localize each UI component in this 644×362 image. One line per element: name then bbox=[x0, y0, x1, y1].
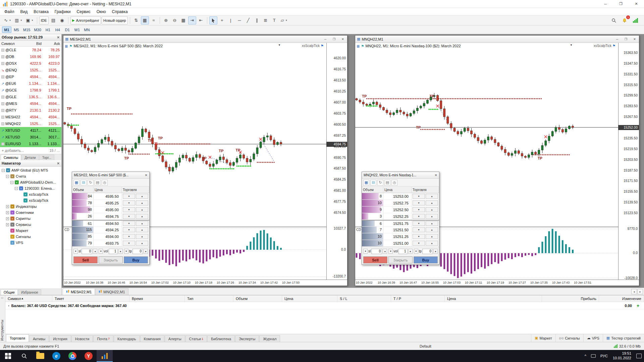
symbol-row[interactable]: EURUSD1.133...1.133... bbox=[0, 140, 61, 147]
sort-icon[interactable]: ⇅ bbox=[132, 16, 140, 24]
toolbox-tab[interactable]: Почта7 bbox=[93, 335, 113, 342]
trade-dropdown-icon[interactable]: ▾ bbox=[123, 241, 135, 246]
trade-dropdown-icon[interactable]: ▾ bbox=[413, 200, 425, 205]
sell-button[interactable]: Sell bbox=[363, 256, 387, 263]
expand-toggle-icon[interactable]: − bbox=[2, 169, 5, 172]
toolbox-tab[interactable]: Библиотека bbox=[207, 335, 235, 342]
tp-value-field[interactable]: 0 bbox=[132, 249, 143, 254]
profile-selector[interactable]: Default bbox=[418, 343, 458, 349]
toolbox-tab[interactable]: Алерты bbox=[165, 335, 185, 342]
ide-button[interactable]: IDE bbox=[39, 16, 49, 24]
symbol-row[interactable]: @MES4594...4594... bbox=[0, 100, 61, 107]
chart-window-titlebar[interactable]: ▦ MESH22,M1 ─ ❐ ✕ bbox=[63, 36, 347, 43]
toolbox-tab[interactable]: Статьи1 bbox=[185, 335, 207, 342]
expand-toggle-icon[interactable]: + bbox=[6, 211, 9, 214]
dom-grid-icon[interactable]: ▤ bbox=[384, 180, 390, 186]
trade-dropdown-icon[interactable]: ▾ bbox=[413, 207, 425, 212]
tp-value-field[interactable]: 0 bbox=[422, 249, 433, 254]
tree-item[interactable]: +▪Индикаторы bbox=[0, 203, 61, 209]
trade-dropdown-icon[interactable]: ▾ bbox=[123, 194, 135, 199]
menu-item[interactable]: Графики bbox=[52, 8, 74, 15]
dom-row[interactable]: 1015251.00▾▴ bbox=[362, 240, 439, 247]
trade-spin-up-icon[interactable]: ▴ bbox=[136, 227, 148, 232]
sl-control[interactable]: ▾ sl 0 ▴ bbox=[73, 249, 97, 254]
dom-oneclick-icon[interactable]: ⊟ bbox=[80, 180, 87, 186]
dom-row[interactable]: 844595.50▾▴ bbox=[72, 193, 149, 200]
close-position-button[interactable]: Закрыть bbox=[388, 256, 413, 263]
symbol-row[interactable]: ↗@GCE1798.91799.1 bbox=[0, 87, 61, 94]
tree-item[interactable]: −▪1290330: Елена... bbox=[0, 185, 61, 191]
market-watch-add-row[interactable]: + добавить... 15 / ... bbox=[0, 147, 61, 154]
chart-tab[interactable]: MNQH22,M1 bbox=[95, 288, 128, 295]
trade-dropdown-icon[interactable]: ▾ bbox=[123, 227, 135, 232]
tile-windows-icon[interactable]: ▦ bbox=[141, 16, 149, 24]
dom-titlebar[interactable]: MNQH22, Micro E-mini Nasdaq-1... ✕ bbox=[362, 172, 439, 179]
search-button[interactable] bbox=[16, 350, 32, 362]
search-icon[interactable] bbox=[610, 16, 618, 24]
profiles-icon[interactable]: ▣▾ bbox=[24, 16, 35, 24]
trade-dropdown-icon[interactable]: ▾ bbox=[413, 227, 425, 232]
scroll-left-icon[interactable]: ◂ bbox=[631, 289, 637, 294]
dom-row[interactable]: 1154594.25▾▴ bbox=[72, 227, 149, 233]
taskbar-clock[interactable]: 19:51 10.01.2022 bbox=[610, 351, 634, 361]
language-indicator[interactable]: РУС bbox=[598, 350, 610, 362]
chart-tab[interactable]: MESH22,M1 bbox=[63, 288, 95, 295]
restore-icon[interactable]: ❐ bbox=[613, 0, 629, 8]
dom-row[interactable]: 984595.00▾▴ bbox=[72, 206, 149, 213]
dom-row[interactable]: 854594.00▾▴ bbox=[72, 233, 149, 240]
sell-button[interactable]: Sell bbox=[73, 256, 98, 263]
tree-item[interactable]: ▪xsScalpTick bbox=[0, 197, 61, 203]
chart-minimize-icon[interactable]: ─ bbox=[613, 36, 622, 43]
close-icon[interactable]: ✕ bbox=[629, 0, 644, 8]
new-order-button[interactable]: Новый ордер bbox=[102, 16, 128, 24]
dom-row[interactable]: 615251.75▾▴ bbox=[362, 220, 439, 227]
algo-editor-icon[interactable]: ◉ bbox=[58, 16, 66, 24]
time-axis-1[interactable]: 10 Jan 202210 Jan 16:3910 Jan 16:4710 Ja… bbox=[355, 280, 639, 286]
close-position-button[interactable]: Закрыть bbox=[99, 256, 123, 263]
trade-spin-up-icon[interactable]: ▴ bbox=[426, 234, 438, 239]
trade-dropdown-icon[interactable]: ▾ bbox=[413, 214, 425, 219]
menu-item[interactable]: Справка bbox=[109, 8, 131, 15]
toolbox-column-header[interactable]: T / P bbox=[391, 295, 445, 302]
dom-row[interactable]: 1015251.25▾▴ bbox=[362, 233, 439, 240]
chart-close-icon[interactable]: ✕ bbox=[338, 36, 347, 43]
volume-control[interactable]: ▾ vol 1 ▴ bbox=[388, 249, 412, 254]
menu-item[interactable]: Окно bbox=[94, 8, 109, 15]
symbol-row[interactable]: @EP4594...4594... bbox=[0, 73, 61, 80]
trade-dropdown-icon[interactable]: ▾ bbox=[123, 221, 135, 226]
algo-trading-button[interactable]: ▶Алготрейдинг bbox=[70, 16, 101, 24]
dom-settings-icon[interactable]: ◎ bbox=[391, 180, 397, 186]
toolbox-column-header[interactable]: S / L bbox=[337, 295, 391, 302]
trade-dropdown-icon[interactable]: ▾ bbox=[413, 221, 425, 226]
toolbox-tab[interactable]: Журнал bbox=[259, 335, 280, 342]
timeframe-m1[interactable]: M1 bbox=[2, 26, 11, 33]
explorer-icon[interactable] bbox=[32, 350, 48, 362]
symbol-row[interactable]: ↘@ENQ1525...1525... bbox=[0, 67, 61, 73]
tp-dropdown-icon[interactable]: ▾ bbox=[124, 249, 128, 254]
dom-row[interactable]: 715251.50▾▴ bbox=[362, 227, 439, 233]
toolbox-column-header[interactable]: Цена bbox=[445, 295, 542, 302]
channel-icon[interactable]: ∥ bbox=[253, 16, 261, 24]
toolbox-tab[interactable]: Компания bbox=[140, 335, 164, 342]
tester-button[interactable]: ▦Тестер стратегий bbox=[603, 334, 644, 342]
dom-refresh-icon[interactable]: ↻ bbox=[377, 180, 383, 186]
menu-item[interactable]: Сервис bbox=[74, 8, 94, 15]
alerts-icon[interactable]: 1 bbox=[621, 16, 629, 24]
market-watch-tab[interactable]: Торг... bbox=[39, 155, 54, 160]
navigator-close-icon[interactable]: ✕ bbox=[57, 162, 60, 165]
dom-grid-icon[interactable]: ▤ bbox=[95, 180, 101, 186]
hline-icon[interactable]: ─ bbox=[235, 16, 244, 24]
toolbox-tab[interactable]: Эксперты bbox=[235, 335, 259, 342]
volume-dropdown-icon[interactable]: ▾ bbox=[388, 249, 393, 254]
symbol-row[interactable]: @CLE78.2478.25 bbox=[0, 47, 61, 53]
deposit-plus-icon[interactable]: + bbox=[632, 303, 644, 308]
menu-item[interactable]: Вставка bbox=[31, 8, 52, 15]
chart-restore-icon[interactable]: ❐ bbox=[622, 36, 630, 43]
market-watch-close-icon[interactable]: ✕ bbox=[57, 36, 60, 39]
sl-value-field[interactable]: 0 bbox=[371, 249, 382, 254]
toolbox-tab[interactable]: История bbox=[49, 335, 71, 342]
fibo-icon[interactable]: ≣ bbox=[262, 16, 270, 24]
market-watch-tab[interactable]: Символы bbox=[1, 155, 21, 160]
toolbox-tab[interactable]: Новости bbox=[71, 335, 93, 342]
price-axis-0[interactable]: 4620.004616.754613.504610.254607.004603.… bbox=[326, 43, 347, 280]
